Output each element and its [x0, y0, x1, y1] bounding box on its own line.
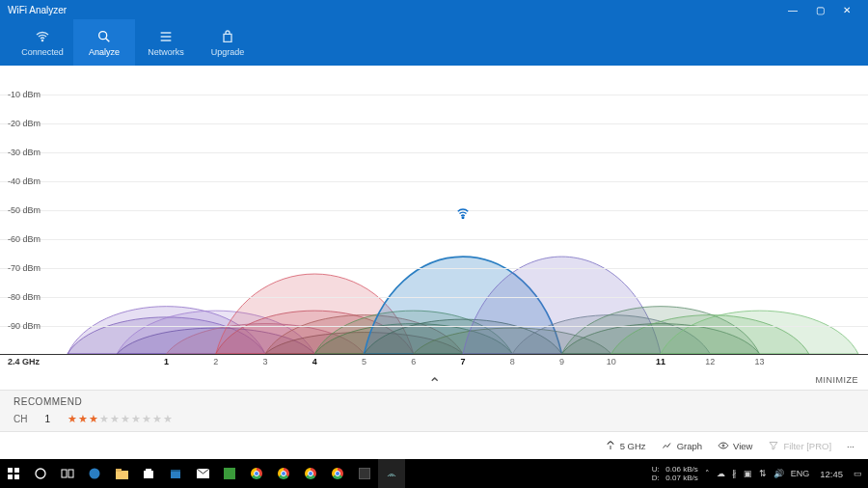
svg-point-0	[41, 40, 42, 41]
task-app-dark[interactable]	[351, 459, 378, 488]
tab-connected[interactable]: Connected	[12, 19, 73, 66]
svg-rect-7	[14, 474, 19, 479]
app-title: WiFi Analyzer	[8, 5, 67, 15]
graph-label: Graph	[677, 441, 702, 451]
svg-rect-6	[8, 474, 13, 479]
task-calendar[interactable]	[162, 459, 189, 488]
y-tick-label: -40 dBm	[8, 176, 41, 186]
chrome-icon	[278, 468, 289, 479]
tab-connected-label: Connected	[21, 47, 64, 57]
svg-rect-12	[116, 471, 128, 479]
task-chrome-2[interactable]	[270, 459, 297, 488]
star-icon: ★	[131, 413, 141, 425]
graph-button[interactable]: Graph	[662, 440, 702, 451]
cortana-button[interactable]	[27, 459, 54, 488]
task-edge[interactable]	[81, 459, 108, 488]
window-maximize-button[interactable]: ▢	[806, 5, 833, 15]
svg-point-2	[462, 217, 464, 219]
wifi-app-icon	[386, 468, 397, 479]
bag-icon	[220, 29, 235, 44]
folder-icon	[116, 469, 128, 479]
tab-upgrade-label: Upgrade	[211, 47, 245, 57]
x-tick-label: 6	[411, 357, 416, 366]
x-tick-label: 3	[262, 357, 267, 366]
star-icon: ★	[163, 413, 173, 425]
chart-x-axis: 2.4 GHz 12345678910111213	[0, 355, 868, 372]
graph-icon	[662, 440, 673, 451]
wifi-icon	[35, 29, 50, 44]
filter-button[interactable]: Filter [PRO]	[768, 440, 831, 451]
square-icon	[224, 468, 235, 479]
svg-rect-5	[14, 468, 19, 473]
star-icon: ★	[142, 413, 151, 425]
tray-chevron-icon[interactable]: ˄	[705, 469, 710, 478]
chrome-icon	[305, 468, 316, 479]
x-tick-label: 11	[656, 357, 665, 366]
circle-icon	[35, 468, 46, 479]
star-icon: ★	[89, 413, 98, 425]
square-icon	[359, 468, 370, 479]
x-tick-label: 12	[705, 357, 715, 366]
x-tick-label: 2	[213, 357, 218, 366]
view-button[interactable]: View	[718, 440, 752, 451]
tray-action-center-icon[interactable]: ▭	[854, 469, 862, 478]
magnifier-icon	[96, 29, 112, 44]
tray-volume-icon[interactable]: 🔊	[773, 469, 784, 478]
window-minimize-button[interactable]: —	[779, 5, 806, 15]
tray-cloud-icon[interactable]: ☁	[717, 469, 725, 478]
svg-rect-14	[144, 471, 153, 478]
task-mail[interactable]	[189, 459, 216, 488]
tray-bluetooth-icon[interactable]: ∦	[732, 469, 737, 478]
task-chrome-3[interactable]	[297, 459, 324, 488]
y-tick-label: -20 dBm	[8, 119, 41, 128]
task-store[interactable]	[135, 459, 162, 488]
recommend-panel: RECOMMEND CH 1 ★★★★★★★★★★	[0, 390, 868, 432]
svg-rect-9	[62, 470, 67, 477]
edge-icon	[89, 468, 100, 479]
eye-icon	[718, 440, 729, 451]
tray-language[interactable]: ENG	[791, 469, 810, 478]
start-button[interactable]	[0, 459, 27, 488]
signal-chart: -10 dBm-20 dBm-30 dBm-40 dBm-50 dBm-60 d…	[0, 66, 868, 355]
tray-wifi-icon[interactable]: ⇅	[759, 469, 767, 478]
system-tray[interactable]: U: 0.06 kB/s D: 0.07 kB/s ˄ ☁ ∦ ▣ ⇅ 🔊 EN…	[652, 465, 868, 482]
windows-taskbar: U: 0.06 kB/s D: 0.07 kB/s ˄ ☁ ∦ ▣ ⇅ 🔊 EN…	[0, 459, 868, 488]
band-label: 2.4 GHz	[8, 357, 40, 366]
y-tick-label: -80 dBm	[8, 292, 41, 302]
panel-collapse-row: ⌃ MINIMIZE	[0, 372, 868, 390]
chevron-up-icon[interactable]: ⌃	[428, 374, 441, 393]
x-tick-label: 8	[510, 357, 515, 366]
task-app-green[interactable]	[216, 459, 243, 488]
x-tick-label: 9	[559, 357, 564, 366]
minimize-panel-button[interactable]: MINIMIZE	[816, 375, 859, 385]
tab-analyze[interactable]: Analyze	[73, 19, 135, 66]
task-chrome-1[interactable]	[243, 459, 270, 488]
task-wifi-analyzer[interactable]	[378, 459, 405, 488]
chrome-icon	[332, 468, 343, 479]
bottom-toolbar: 5 GHz Graph View Filter [PRO] ···	[0, 432, 868, 459]
connected-wifi-icon	[456, 205, 470, 223]
tray-clock[interactable]: 12:45	[816, 469, 847, 479]
tab-networks-label: Networks	[148, 47, 184, 57]
star-icon: ★	[99, 413, 109, 425]
task-explorer[interactable]	[108, 459, 135, 488]
taskview-button[interactable]	[54, 459, 81, 488]
y-tick-label: -50 dBm	[8, 205, 41, 215]
task-chrome-4[interactable]	[324, 459, 351, 488]
title-bar: WiFi Analyzer — ▢ ✕	[0, 0, 868, 19]
filter-icon	[768, 440, 779, 451]
recommend-title: RECOMMEND	[14, 396, 854, 407]
taskview-icon	[61, 468, 74, 479]
window-close-button[interactable]: ✕	[833, 5, 860, 15]
mail-icon	[197, 469, 209, 478]
tray-battery-icon[interactable]: ▣	[744, 469, 752, 478]
more-icon: ···	[847, 441, 854, 451]
svg-rect-4	[8, 468, 13, 473]
filter-label: Filter [PRO]	[783, 441, 831, 451]
more-button[interactable]: ···	[847, 441, 854, 451]
svg-point-1	[99, 31, 107, 39]
band-switch-button[interactable]: 5 GHz	[605, 440, 646, 451]
tab-networks[interactable]: Networks	[135, 19, 197, 66]
ribbon: Connected Analyze Networks Upgrade	[0, 19, 868, 66]
tab-upgrade[interactable]: Upgrade	[197, 19, 258, 66]
